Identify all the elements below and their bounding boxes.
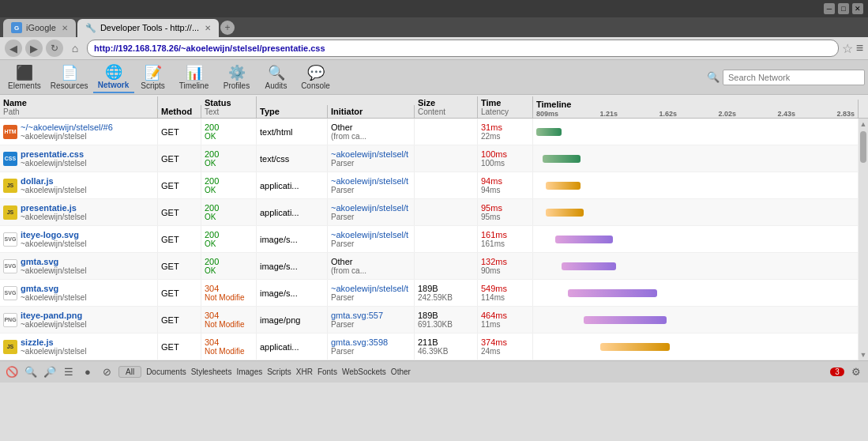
scrollbar-up-arrow[interactable]: ▲ <box>859 119 868 130</box>
filter-other[interactable]: Other <box>391 368 411 376</box>
filter-images[interactable]: Images <box>236 368 262 376</box>
row-timeline <box>533 226 859 252</box>
row-name-cell[interactable]: CSS presentatie.css ~akoelewijn/stelsel <box>0 145 158 172</box>
tab-devtools[interactable]: 🔧 Developer Tools - http://... ✕ <box>77 19 219 37</box>
resources-icon: 📄 <box>61 64 78 81</box>
row-name-cell[interactable]: JS sizzle.js ~akoelewijn/stelsel <box>0 334 158 360</box>
restore-button[interactable]: □ <box>838 3 849 14</box>
tool-scripts[interactable]: 📝 Scripts <box>134 62 172 92</box>
close-button[interactable]: ✕ <box>852 3 863 14</box>
row-name-main: presentatie.css <box>21 149 87 159</box>
minimize-button[interactable]: ─ <box>824 3 835 14</box>
table-row[interactable]: PNG iteye-pand.png ~akoelewijn/stelsel G… <box>0 307 859 334</box>
tick-4: 2.02s <box>718 110 736 118</box>
col-size-header[interactable]: Size Content <box>415 96 478 118</box>
col-time-sub: Latency <box>481 107 529 116</box>
row-timeline <box>533 334 859 360</box>
col-time-header[interactable]: Time Latency <box>478 96 533 118</box>
tool-resources[interactable]: 📄 Resources <box>46 62 93 92</box>
row-status: 304 Not Modifie <box>201 280 257 306</box>
table-row[interactable]: JS dollar.js ~akoelewijn/stelsel GET 200… <box>0 172 859 199</box>
col-method-header[interactable]: Method <box>158 105 201 118</box>
table-row[interactable]: JS presentatie.js ~akoelewijn/stelsel GE… <box>0 199 859 226</box>
tool-elements[interactable]: ⬛ Elements <box>3 62 46 92</box>
col-type-header[interactable]: Type <box>257 105 328 118</box>
table-row[interactable]: SVG gmta.svg ~akoelewijn/stelsel GET 304… <box>0 280 859 307</box>
record-icon[interactable]: ● <box>81 365 95 379</box>
row-status: 200 OK <box>201 172 257 198</box>
filter-tabs: Documents Stylesheets Images Scripts XHR… <box>146 368 411 376</box>
row-name-cell[interactable]: PNG iteye-pand.png ~akoelewijn/stelsel <box>0 307 158 333</box>
tool-console[interactable]: 💬 Console <box>295 62 336 92</box>
scrollbar-down-arrow[interactable]: ▼ <box>859 349 868 360</box>
network-rows-inner: HTM ~/~akoelewijn/stelsel/#6 ~akoelewijn… <box>0 119 859 360</box>
chrome-menu[interactable]: ≡ <box>856 41 863 55</box>
network-label: Network <box>98 81 129 89</box>
console-clear-icon[interactable]: 🚫 <box>5 365 19 379</box>
network-icon: 🌐 <box>105 63 122 81</box>
row-initiator: ~akoelewijn/stelsel/t Parser <box>328 280 415 306</box>
scrollbar-thumb[interactable] <box>860 131 866 163</box>
stop-icon[interactable]: ⊘ <box>100 365 114 379</box>
row-method: GET <box>158 119 201 145</box>
row-method: GET <box>158 199 201 225</box>
timeline-ticks: 809ms 1.21s 1.62s 2.02s 2.43s 2.83s <box>536 110 855 118</box>
home-button[interactable]: ⌂ <box>66 40 84 57</box>
filter-fonts[interactable]: Fonts <box>318 368 337 376</box>
filter-scripts[interactable]: Scripts <box>267 368 291 376</box>
address-input[interactable] <box>87 40 839 57</box>
error-badge: 3 <box>830 368 844 376</box>
filter-xhr[interactable]: XHR <box>296 368 313 376</box>
devtools-tab-close[interactable]: ✕ <box>205 24 211 32</box>
col-name-header[interactable]: Name Path <box>0 96 158 118</box>
filter-icon[interactable]: 🔍 <box>24 365 38 379</box>
back-button[interactable]: ◀ <box>5 40 22 57</box>
table-row[interactable]: SVG iteye-logo.svg ~akoelewijn/stelsel G… <box>0 226 859 253</box>
elements-icon: ⬛ <box>16 64 33 81</box>
filter-documents[interactable]: Documents <box>146 368 186 376</box>
row-size: 189B 691.30KB <box>415 307 478 333</box>
search-network-icon: 🔍 <box>707 71 720 83</box>
col-status-header[interactable]: Status Text <box>201 96 257 118</box>
all-filter-button[interactable]: All <box>118 366 141 378</box>
row-icon-png: PNG <box>3 313 17 327</box>
bookmark-star[interactable]: ☆ <box>842 41 853 56</box>
search-network-input[interactable] <box>723 70 865 85</box>
tool-timeline[interactable]: 📊 Timeline <box>172 62 216 92</box>
table-row[interactable]: JS sizzle.js ~akoelewijn/stelsel GET 304… <box>0 334 859 360</box>
filter-stylesheets[interactable]: Stylesheets <box>191 368 232 376</box>
scrollbar[interactable]: ▲ ▼ <box>859 119 868 360</box>
row-name-main: iteye-pand.png <box>21 311 87 320</box>
browser-window: ─ □ ✕ G iGoogle ✕ 🔧 Developer Tools - ht… <box>0 0 868 383</box>
row-time: 132ms 90ms <box>478 253 533 279</box>
timeline-icon: 📊 <box>186 64 203 81</box>
search-icon[interactable]: 🔎 <box>43 365 57 379</box>
table-row[interactable]: SVG gmta.svg ~akoelewijn/stelsel GET 200… <box>0 253 859 280</box>
tick-3: 1.62s <box>659 110 677 118</box>
row-timeline <box>533 307 859 333</box>
tool-profiles[interactable]: ⚙️ Profiles <box>216 62 257 92</box>
row-initiator: ~akoelewijn/stelsel/t Parser <box>328 172 415 198</box>
tab-igoogle[interactable]: G iGoogle ✕ <box>3 19 76 37</box>
row-name-sub: ~akoelewijn/stelsel <box>21 213 87 221</box>
table-row[interactable]: HTM ~/~akoelewijn/stelsel/#6 ~akoelewijn… <box>0 119 859 145</box>
row-name-cell[interactable]: SVG iteye-logo.svg ~akoelewijn/stelsel <box>0 226 158 252</box>
row-name-cell[interactable]: HTM ~/~akoelewijn/stelsel/#6 ~akoelewijn… <box>0 119 158 145</box>
list-icon[interactable]: ☰ <box>62 365 76 379</box>
row-name-cell[interactable]: SVG gmta.svg ~akoelewijn/stelsel <box>0 253 158 279</box>
settings-gear-icon[interactable]: ⚙ <box>849 365 863 379</box>
filter-websockets[interactable]: WebSockets <box>342 368 386 376</box>
col-timeline-header: Timeline 809ms 1.21s 1.62s 2.02s 2.43s 2… <box>533 100 859 118</box>
new-tab-button[interactable]: + <box>220 21 235 35</box>
reload-button[interactable]: ↻ <box>46 40 63 57</box>
row-name-sub: ~akoelewijn/stelsel <box>21 159 87 168</box>
table-row[interactable]: CSS presentatie.css ~akoelewijn/stelsel … <box>0 145 859 172</box>
tool-audits[interactable]: 🔍 Audits <box>257 62 295 92</box>
tool-network[interactable]: 🌐 Network <box>93 61 134 93</box>
igoogle-tab-close[interactable]: ✕ <box>62 24 68 32</box>
forward-button[interactable]: ▶ <box>25 40 43 57</box>
col-initiator-header[interactable]: Initiator <box>328 105 415 118</box>
row-name-cell[interactable]: JS dollar.js ~akoelewijn/stelsel <box>0 172 158 198</box>
row-name-cell[interactable]: SVG gmta.svg ~akoelewijn/stelsel <box>0 280 158 306</box>
row-name-cell[interactable]: JS presentatie.js ~akoelewijn/stelsel <box>0 199 158 225</box>
